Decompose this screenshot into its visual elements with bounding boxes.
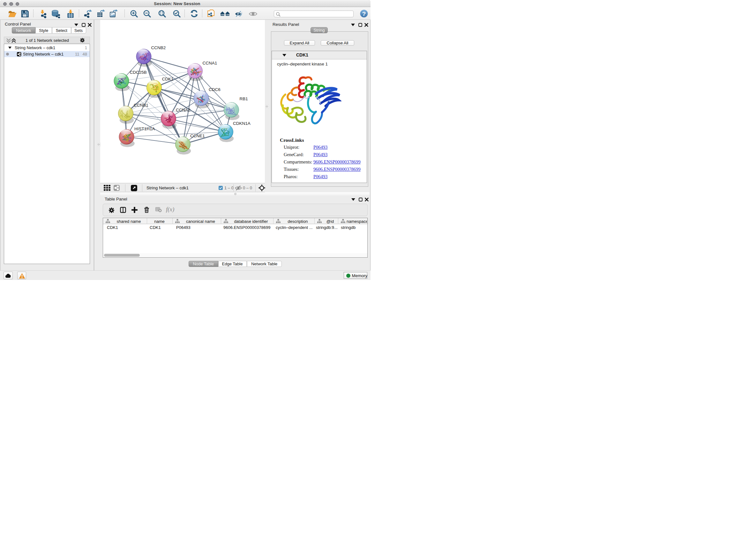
svg-text:CCNB2: CCNB2 xyxy=(151,45,166,50)
svg-text:HIST1H1A: HIST1H1A xyxy=(134,126,155,131)
svg-text:CCNE1: CCNE1 xyxy=(190,133,205,138)
svg-text:CDKN1A: CDKN1A xyxy=(233,121,251,126)
svg-text:CDC6: CDC6 xyxy=(209,87,220,92)
svg-text:CCNB1: CCNB1 xyxy=(134,103,148,108)
svg-text:CDK1: CDK1 xyxy=(162,77,174,81)
svg-text:CCNA1: CCNA1 xyxy=(203,61,217,65)
svg-text:?: ? xyxy=(362,10,366,17)
svg-text:CCNA2: CCNA2 xyxy=(176,108,191,112)
svg-text:CDC25B: CDC25B xyxy=(130,70,147,75)
svg-text:RB1: RB1 xyxy=(240,97,248,101)
